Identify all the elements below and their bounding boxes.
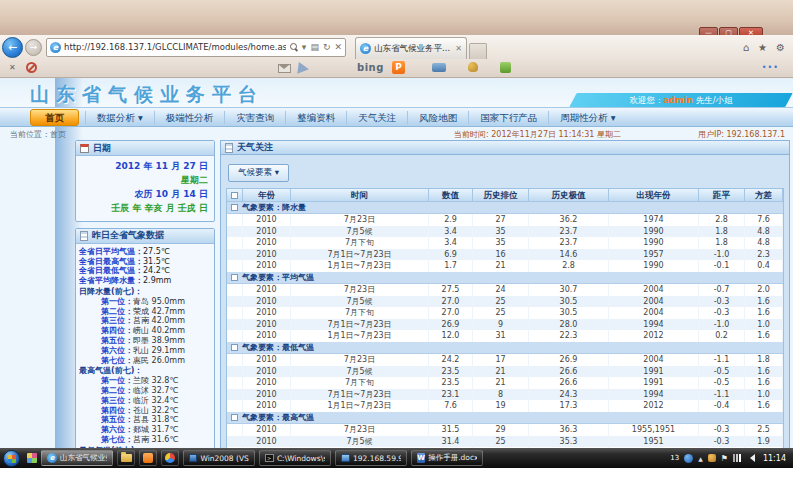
- checkbox-icon[interactable]: [231, 414, 238, 421]
- speaker-icon[interactable]: [746, 454, 755, 462]
- rank-value[interactable]: 惠民 26.0mm: [133, 356, 185, 366]
- group-header-row[interactable]: 气象要素：最低气温: [227, 342, 783, 354]
- table-row[interactable]: 2010 1月1日~7月23日 7.6 19 17.3 2012 -0.4 1.…: [227, 400, 783, 412]
- compatibility-view-icon[interactable]: ▤: [310, 42, 319, 52]
- tab-close-icon[interactable]: ✕: [452, 44, 462, 53]
- table-row[interactable]: 2010 7月下旬 27.0 25 30.5 2004 -0.3 1.6: [227, 307, 783, 319]
- table-row[interactable]: 2010 7月5候 27.0 25 30.5 2004 -0.3 1.6: [227, 296, 783, 308]
- start-button[interactable]: [3, 450, 20, 467]
- nav-item[interactable]: 国家下行产品: [468, 111, 548, 124]
- table-row[interactable]: 2010 7月1日~7月23日 23.1 8 24.3 1994 -1.1 1.…: [227, 389, 783, 401]
- rank-value[interactable]: 青岛 95.0mm: [133, 297, 185, 307]
- action-center-icon[interactable]: ⚑: [721, 454, 728, 463]
- cell-rank: 29: [473, 424, 529, 436]
- checkbox-icon[interactable]: [231, 204, 238, 211]
- rank-value[interactable]: 莒县 31.8℃: [133, 415, 178, 425]
- table-row[interactable]: 2010 7月下旬 3.4 35 23.7 1990 1.8 4.8: [227, 237, 783, 249]
- ie-page-icon: e: [50, 42, 61, 53]
- back-button[interactable]: ←: [2, 37, 23, 58]
- rank-value[interactable]: 莒南 31.6℃: [133, 435, 178, 445]
- rank-value[interactable]: 郯城 31.7℃: [133, 425, 178, 435]
- rank-label: 第五位：: [101, 415, 133, 425]
- taskbar-media-button[interactable]: [161, 450, 179, 466]
- block-icon[interactable]: [26, 62, 37, 73]
- nav-item[interactable]: 整编资料: [285, 111, 346, 124]
- row-spacer: [227, 319, 243, 331]
- table-row[interactable]: 2010 1月1日~7月23日 12.0 31 22.3 2012 0.2 1.…: [227, 330, 783, 342]
- address-dropdown-icon[interactable]: ▾: [302, 42, 307, 52]
- toolbar-close-icon[interactable]: ✕: [9, 63, 16, 72]
- climate-element-button[interactable]: 气候要素 ▾: [228, 164, 289, 182]
- header-checkbox-cell[interactable]: [227, 189, 243, 202]
- refresh-icon[interactable]: ↻: [323, 42, 331, 52]
- new-tab-button[interactable]: [469, 43, 487, 59]
- rank-value[interactable]: 荣成 42.7mm: [133, 307, 185, 317]
- table-row[interactable]: 2010 7月下旬 23.5 21 26.6 1991 -0.5 1.6: [227, 377, 783, 389]
- table-row[interactable]: 2010 7月5候 23.5 21 26.6 1991 -0.5 1.6: [227, 366, 783, 378]
- group-title: 气象要素：降水量: [242, 202, 306, 213]
- rank-label: 第四位：: [101, 406, 133, 416]
- table-row[interactable]: 2010 7月5候 3.4 35 23.7 1990 1.8 4.8: [227, 226, 783, 238]
- rank-value[interactable]: 苍山 32.2℃: [133, 406, 178, 416]
- checkbox-icon[interactable]: [231, 344, 238, 351]
- address-bar[interactable]: e http://192.168.137.1/GLCCLIMATE/module…: [46, 38, 346, 57]
- group-header-row[interactable]: 气象要素：降水量: [227, 202, 783, 214]
- group-header-row[interactable]: 气象要素：最高气温: [227, 412, 783, 424]
- tools-icon[interactable]: ⚙: [776, 42, 785, 53]
- snapshot-icon[interactable]: [432, 63, 446, 72]
- browser-tab[interactable]: e 山东省气候业务平... ✕: [355, 37, 467, 59]
- taskbar-explorer-button[interactable]: [117, 450, 135, 466]
- nav-item[interactable]: 灾害查询: [224, 111, 285, 124]
- home-icon[interactable]: ⌂: [743, 42, 749, 53]
- media-icon: [165, 453, 175, 463]
- forward-button[interactable]: →: [25, 39, 42, 56]
- rank-value[interactable]: 乳山 29.1mm: [133, 346, 185, 356]
- tray-show-hidden-icon[interactable]: ▲: [698, 455, 703, 462]
- table-row[interactable]: 2010 7月1日~7月23日 26.9 9 28.0 1994 -1.0 1.…: [227, 319, 783, 331]
- tray-app-icon[interactable]: [708, 454, 716, 462]
- checkbox-icon[interactable]: [231, 192, 238, 199]
- nav-item[interactable]: 天气关注: [346, 111, 407, 124]
- rank-value[interactable]: 临沂 32.4℃: [133, 396, 178, 406]
- checkbox-icon[interactable]: [231, 274, 238, 281]
- rank-value[interactable]: 崂山 40.2mm: [133, 326, 185, 336]
- rank-value[interactable]: 莒南 42.0mm: [133, 316, 185, 326]
- taskbar-ie-window[interactable]: e 山东省气候业务平...: [41, 450, 113, 466]
- taskbar-clock[interactable]: 11:14: [763, 454, 786, 463]
- taskbar-vm-window[interactable]: Win2008 (VS2...: [183, 450, 255, 466]
- table-row[interactable]: 2010 1月1日~7月23日 1.7 21 2.8 1990 -0.1 0.4: [227, 260, 783, 272]
- nav-item[interactable]: 风险地图: [407, 111, 468, 124]
- plugin-icon[interactable]: P: [392, 61, 405, 74]
- nav-item[interactable]: 数据分析 ▾: [85, 111, 154, 124]
- nav-item[interactable]: 首页: [30, 109, 79, 126]
- taskbar-app-button[interactable]: [139, 450, 157, 466]
- taskbar-rdp-window[interactable]: 192.168.59.99...: [335, 450, 407, 466]
- table-row[interactable]: 2010 7月23日 2.9 27 36.2 1974 2.8 7.6: [227, 214, 783, 226]
- nav-item[interactable]: 极端性分析: [154, 111, 225, 124]
- search-icon[interactable]: [290, 43, 298, 51]
- more-options-icon[interactable]: •••: [762, 63, 779, 72]
- stop-icon[interactable]: ✕: [334, 42, 342, 52]
- tray-input-icon[interactable]: [684, 454, 693, 463]
- paw-addon-icon[interactable]: [468, 62, 478, 72]
- taskbar-cmd-window[interactable]: > C:\Windows\s...: [259, 450, 331, 466]
- table-row[interactable]: 2010 7月23日 31.5 29 36.3 1955,1951 -0.3 2…: [227, 424, 783, 436]
- addon-puzzle-icon[interactable]: [500, 62, 511, 73]
- mail-icon[interactable]: [278, 64, 291, 73]
- rank-value[interactable]: 即墨 38.9mm: [133, 336, 185, 346]
- table-row[interactable]: 2010 7月1日~7月23日 6.9 16 14.6 1957 -1.0 2.…: [227, 249, 783, 261]
- send-icon[interactable]: [297, 62, 316, 76]
- address-url[interactable]: http://192.168.137.1/GLCCLIMATE/modules/…: [64, 42, 286, 52]
- nav-item[interactable]: 周期性分析 ▾: [548, 111, 626, 124]
- network-icon[interactable]: [733, 454, 741, 462]
- bing-logo[interactable]: bing: [357, 62, 384, 73]
- table-row[interactable]: 2010 7月23日 27.5 24 30.7 2004 -0.7 2.0: [227, 284, 783, 296]
- taskbar-word-window[interactable]: W 操作手册.docx ...: [411, 450, 483, 466]
- quick-launch-icon[interactable]: [27, 453, 37, 463]
- table-row[interactable]: 2010 7月5候 31.4 25 35.3 1951 -0.3 1.9: [227, 436, 783, 448]
- rank-value[interactable]: 兰陵 32.8℃: [133, 376, 178, 386]
- table-row[interactable]: 2010 7月23日 24.2 17 26.9 2004 -1.1 1.8: [227, 354, 783, 366]
- group-header-row[interactable]: 气象要素：平均气温: [227, 272, 783, 284]
- favorites-icon[interactable]: ★: [758, 42, 767, 53]
- rank-value[interactable]: 临沭 32.7℃: [133, 386, 178, 396]
